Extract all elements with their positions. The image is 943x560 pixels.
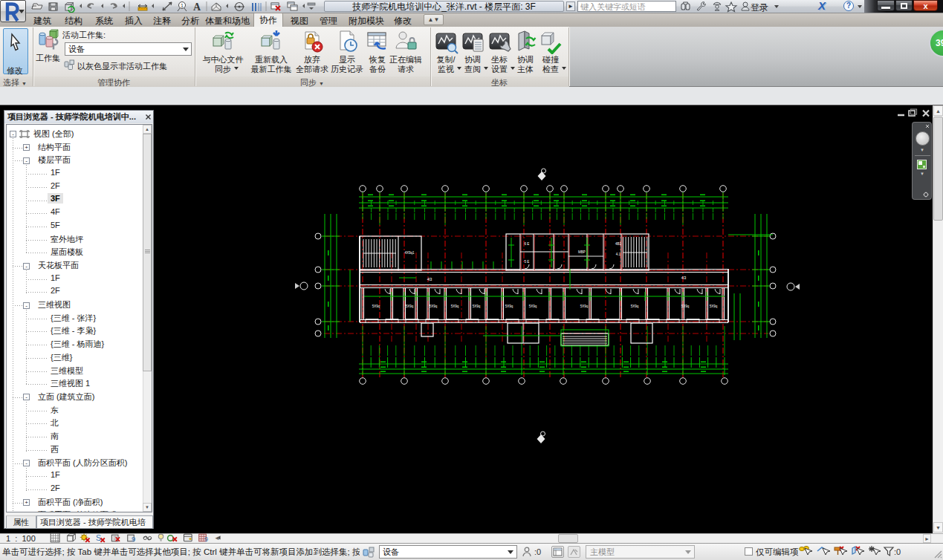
svg-text:5X9q: 5X9q [580, 305, 589, 308]
svg-text:4X9q1: 4X9q1 [404, 251, 415, 255]
svg-text:A: A [193, 1, 201, 13]
svg-text:43: 43 [427, 277, 432, 281]
svg-text:5X9q: 5X9q [710, 305, 718, 308]
svg-text:MBP: MBP [578, 250, 586, 254]
svg-text:6 E: 6 E [525, 242, 530, 246]
svg-text:5X9q: 5X9q [406, 305, 414, 308]
svg-text:5X9q: 5X9q [681, 305, 690, 308]
svg-text:5 E: 5 E [525, 260, 530, 264]
svg-text:5X9q: 5X9q [505, 305, 513, 308]
svg-text:4B1: 4B1 [615, 242, 622, 246]
svg-text:S: S [96, 533, 101, 542]
svg-text:5X9q: 5X9q [372, 305, 380, 308]
svg-text:5X9q: 5X9q [529, 305, 537, 308]
svg-text:43: 43 [681, 276, 687, 280]
svg-text:5X9q: 5X9q [430, 305, 438, 308]
svg-text:5X9q: 5X9q [631, 305, 639, 308]
svg-text:4.1: 4.1 [616, 253, 621, 256]
svg-text:1: 1 [181, 3, 184, 8]
svg-text:5X9q: 5X9q [451, 305, 459, 308]
svg-text:5X9q: 5X9q [473, 305, 481, 308]
svg-text:9: 9 [132, 535, 135, 543]
svg-text:9: 9 [204, 535, 208, 543]
